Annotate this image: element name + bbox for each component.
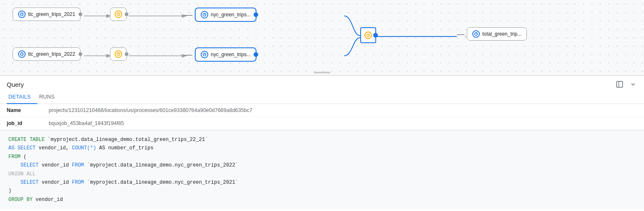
kw-from-2: FROM: [72, 180, 84, 185]
tabs: DETAILS RUNS: [0, 90, 644, 104]
kw-from-1: FROM: [72, 162, 84, 168]
port-right-union: [373, 33, 378, 38]
node-total[interactable]: total_green_trip...: [467, 27, 527, 41]
panel-title: Query: [7, 81, 24, 88]
jobid-row: job_id bquxjob_453ba4af_1843f194f85: [0, 117, 644, 130]
kw-count: COUNT(*): [72, 145, 96, 151]
source-icon-2021: [18, 10, 26, 18]
dag-arrows: [0, 0, 644, 75]
code-line-8: GROUP BY vendor_id: [8, 195, 636, 204]
port-right-2022: [79, 52, 82, 56]
details-table: Name projects/123101210468/locations/us/…: [0, 104, 644, 130]
port-right-nyc-2021: [254, 13, 258, 17]
code-table-name: `myproject.data_lineage_demo.total_green…: [45, 137, 208, 143]
port-right-nyc-2022: [254, 52, 258, 57]
node-label-nyc-2022: nyc_green_trips...: [211, 52, 251, 57]
code-close-paren: ): [8, 188, 11, 194]
code-line-1: CREATE TABLE `myproject.data_lineage_dem…: [8, 135, 636, 144]
code-table-2022: `myproject.data_lineage_demo.nyc_green_t…: [84, 162, 238, 168]
code-section: CREATE TABLE `myproject.data_lineage_dem…: [0, 130, 644, 209]
kw-select-2: SELECT: [21, 180, 39, 185]
code-table-2021: `myproject.data_lineage_demo.nyc_green_t…: [84, 180, 238, 185]
port-right-t1: [125, 13, 128, 16]
node-label-total: total_green_trip...: [482, 31, 521, 37]
dash-3: —: [457, 30, 464, 38]
node-label-tlc-2022: tlc_green_trips_2022: [28, 51, 75, 57]
collapse-button[interactable]: [629, 80, 637, 89]
source-icon-total: [472, 30, 480, 38]
code-line-3: FROM (: [8, 153, 636, 161]
tab-runs[interactable]: RUNS: [37, 90, 61, 104]
dag-canvas: tlc_green_trips_2021 — nyc_green_trips..…: [0, 0, 644, 76]
code-line-4: SELECT vendor_id FROM `myproject.data_li…: [8, 161, 636, 169]
port-right-2021: [79, 13, 82, 16]
resize-handle[interactable]: [314, 72, 330, 73]
transform-icon-2: [115, 50, 122, 58]
bottom-panel: Query DETAILS RUNS Name projects/1231012…: [0, 76, 644, 209]
svg-rect-30: [617, 81, 623, 87]
kw-from: FROM: [8, 154, 21, 160]
code-vendor: vendor_id,: [36, 145, 72, 151]
node-nyc-2022[interactable]: nyc_green_trips...: [195, 47, 257, 62]
node-label-nyc-2021: nyc_green_trips...: [211, 12, 251, 18]
code-line-2: AS SELECT vendor_id, COUNT(*) AS number_…: [8, 144, 636, 152]
name-value: projects/123101210468/locations/us/proce…: [42, 104, 644, 117]
transform-icon-1: [115, 10, 122, 18]
code-line-7: ): [8, 187, 636, 195]
code-vendor-2: vendor_id: [39, 180, 72, 185]
name-row: Name projects/123101210468/locations/us/…: [0, 104, 644, 117]
kw-create: CREATE TABLE: [8, 137, 45, 143]
expand-button[interactable]: [615, 80, 624, 89]
port-right-t2: [125, 52, 128, 56]
dash-1: —: [185, 11, 192, 18]
node-tlc-2021[interactable]: tlc_green_trips_2021: [13, 8, 81, 21]
code-groupby-val: vendor_id: [33, 197, 63, 203]
code-indent-1: [8, 162, 21, 168]
code-paren: (: [21, 154, 26, 160]
node-union[interactable]: [360, 27, 376, 43]
code-vendor-1: vendor_id: [39, 162, 72, 168]
node-label-tlc-2021: tlc_green_trips_2021: [28, 11, 75, 17]
kw-union: UNION ALL: [8, 171, 36, 177]
tab-details[interactable]: DETAILS: [7, 90, 37, 104]
jobid-label: job_id: [0, 117, 42, 130]
node-nyc-2021[interactable]: nyc_green_trips...: [195, 8, 257, 22]
code-as-trips: AS number_of_trips: [96, 145, 154, 151]
kw-select-1: SELECT: [21, 162, 39, 168]
code-line-6: SELECT vendor_id FROM `myproject.data_li…: [8, 178, 636, 187]
code-indent-2: [8, 180, 21, 185]
node-tlc-2022[interactable]: tlc_green_trips_2022: [13, 47, 81, 61]
node-transform-2[interactable]: [110, 47, 127, 61]
name-label: Name: [0, 104, 42, 117]
source-icon-2022: [18, 50, 26, 58]
jobid-value: bquxjob_453ba4af_1843f194f85: [42, 117, 644, 130]
kw-groupby: GROUP BY: [8, 197, 33, 203]
panel-actions: [615, 80, 637, 89]
node-transform-1[interactable]: [110, 8, 127, 21]
panel-header: Query: [0, 76, 644, 89]
union-icon: [364, 31, 372, 39]
dash-2: —: [185, 51, 192, 58]
source-icon-nyc-2022: [201, 51, 208, 58]
source-icon-nyc-2021: [201, 11, 208, 18]
kw-as-select: AS SELECT: [8, 145, 36, 151]
code-line-5: UNION ALL: [8, 170, 636, 178]
